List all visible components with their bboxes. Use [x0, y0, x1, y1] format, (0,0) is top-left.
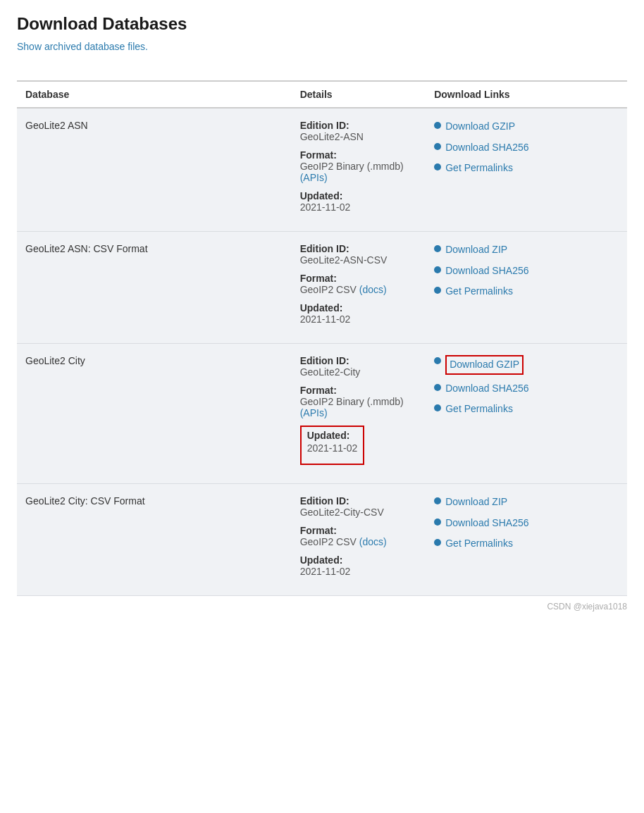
details-cell: Edition ID:GeoLite2-ASN-CSVFormat:GeoIP2… [292, 232, 426, 344]
bullet-dot [434, 539, 441, 546]
table-row: GeoLite2 CityEdition ID:GeoLite2-CityFor… [17, 344, 627, 484]
download-link-item: Get Permalinks [434, 161, 619, 175]
details-cell: Edition ID:GeoLite2-ASNFormat:GeoIP2 Bin… [292, 108, 426, 232]
download-link[interactable]: Download SHA256 [445, 264, 528, 278]
updated-section: Updated:2021-11-02 [300, 554, 418, 577]
edition-id-section: Edition ID:GeoLite2-City [300, 355, 418, 378]
edition-id-section: Edition ID:GeoLite2-ASN [300, 120, 418, 142]
details-cell: Edition ID:GeoLite2-CityFormat:GeoIP2 Bi… [292, 344, 426, 484]
edition-id-section: Edition ID:GeoLite2-City-CSV [300, 495, 418, 518]
edition-id-label: Edition ID: [300, 355, 418, 366]
download-link[interactable]: Download SHA256 [445, 141, 528, 155]
databases-table: Database Details Download Links GeoLite2… [17, 80, 627, 596]
db-name-cell: GeoLite2 City: CSV Format [17, 484, 292, 596]
col-header-download-links: Download Links [426, 81, 627, 108]
download-link-item: Download SHA256 [434, 382, 619, 396]
updated-label: Updated: [300, 302, 418, 314]
db-name-cell: GeoLite2 ASN: CSV Format [17, 232, 292, 344]
edition-id-value: GeoLite2-City-CSV [300, 507, 418, 518]
format-section: Format:GeoIP2 CSV (docs) [300, 273, 418, 295]
details-cell: Edition ID:GeoLite2-City-CSVFormat:GeoIP… [292, 484, 426, 596]
bullet-dot [434, 404, 441, 411]
edition-id-label: Edition ID: [300, 495, 418, 507]
format-link[interactable]: (docs) [359, 284, 387, 295]
bullet-dot [434, 357, 441, 364]
bullet-dot [434, 122, 441, 129]
download-link-item: Download GZIP [434, 120, 619, 134]
db-name: GeoLite2 ASN [25, 120, 88, 131]
table-row: GeoLite2 ASN: CSV FormatEdition ID:GeoLi… [17, 232, 627, 344]
download-links-list: Download ZIPDownload SHA256Get Permalink… [434, 243, 619, 299]
download-link[interactable]: Get Permalinks [445, 285, 513, 299]
updated-label: Updated: [307, 430, 358, 441]
bullet-dot [434, 287, 441, 294]
table-row: GeoLite2 ASNEdition ID:GeoLite2-ASNForma… [17, 108, 627, 232]
db-name: GeoLite2 City [25, 355, 85, 366]
download-link-item: Download ZIP [434, 243, 619, 257]
download-links-list: Download ZIPDownload SHA256Get Permalink… [434, 495, 619, 551]
format-label: Format: [300, 149, 418, 161]
download-link[interactable]: Get Permalinks [445, 161, 513, 175]
updated-value: 2021-11-02 [300, 314, 418, 325]
edition-id-value: GeoLite2-ASN-CSV [300, 254, 418, 266]
download-link[interactable]: Get Permalinks [445, 402, 513, 416]
edition-id-label: Edition ID: [300, 243, 418, 254]
db-name-cell: GeoLite2 City [17, 344, 292, 484]
bullet-dot [434, 384, 441, 391]
download-link[interactable]: Download GZIP [445, 120, 515, 134]
bullet-dot [434, 266, 441, 273]
download-links-cell: Download GZIPDownload SHA256Get Permalin… [426, 108, 627, 232]
download-link[interactable]: Download ZIP [445, 495, 507, 509]
edition-id-value: GeoLite2-City [300, 366, 418, 378]
bullet-dot [434, 497, 441, 504]
updated-value: 2021-11-02 [307, 442, 358, 454]
db-name-cell: GeoLite2 ASN [17, 108, 292, 232]
db-name: GeoLite2 ASN: CSV Format [25, 243, 148, 254]
edition-id-value: GeoLite2-ASN [300, 131, 418, 142]
edition-id-section: Edition ID:GeoLite2-ASN-CSV [300, 243, 418, 266]
download-link-item: Get Permalinks [434, 402, 619, 416]
format-value: GeoIP2 CSV (docs) [300, 536, 418, 547]
updated-value: 2021-11-02 [300, 201, 418, 213]
updated-label: Updated: [300, 190, 418, 201]
format-section: Format:GeoIP2 CSV (docs) [300, 525, 418, 547]
download-link[interactable]: Download GZIP [445, 355, 524, 375]
updated-section: Updated:2021-11-02 [300, 302, 418, 325]
bullet-dot [434, 163, 441, 170]
download-link[interactable]: Get Permalinks [445, 537, 513, 551]
format-label: Format: [300, 273, 418, 284]
download-link-item: Download SHA256 [434, 264, 619, 278]
download-link[interactable]: Download SHA256 [445, 382, 528, 396]
download-links-cell: Download GZIPDownload SHA256Get Permalin… [426, 344, 627, 484]
edition-id-label: Edition ID: [300, 120, 418, 131]
format-link[interactable]: (docs) [359, 536, 387, 547]
archive-link[interactable]: Show archived database files. [17, 41, 148, 52]
page-title: Download Databases [17, 14, 627, 34]
format-link[interactable]: (APIs) [300, 407, 328, 418]
format-label: Format: [300, 525, 418, 536]
download-link-item: Download ZIP [434, 495, 619, 509]
download-link-item: Get Permalinks [434, 537, 619, 551]
download-links-cell: Download ZIPDownload SHA256Get Permalink… [426, 484, 627, 596]
updated-section: Updated:2021-11-02 [300, 190, 418, 213]
download-link-item: Download SHA256 [434, 516, 619, 530]
bullet-dot [434, 519, 441, 526]
format-label: Format: [300, 385, 418, 396]
download-link[interactable]: Download SHA256 [445, 516, 528, 530]
download-link[interactable]: Download ZIP [445, 243, 507, 257]
download-link-item: Get Permalinks [434, 285, 619, 299]
format-link[interactable]: (APIs) [300, 172, 328, 183]
updated-label: Updated: [300, 554, 418, 566]
download-link-item: Download GZIP [434, 355, 619, 375]
download-links-list: Download GZIPDownload SHA256Get Permalin… [434, 355, 619, 416]
format-value: GeoIP2 Binary (.mmdb) (APIs) [300, 161, 418, 183]
col-header-database: Database [17, 81, 292, 108]
bullet-dot [434, 143, 441, 150]
download-links-cell: Download ZIPDownload SHA256Get Permalink… [426, 232, 627, 344]
download-link-item: Download SHA256 [434, 141, 619, 155]
format-value: GeoIP2 Binary (.mmdb) (APIs) [300, 396, 418, 418]
updated-value: 2021-11-02 [300, 566, 418, 577]
format-section: Format:GeoIP2 Binary (.mmdb) (APIs) [300, 385, 418, 418]
format-section: Format:GeoIP2 Binary (.mmdb) (APIs) [300, 149, 418, 183]
watermark: CSDN @xiejava1018 [17, 602, 627, 612]
